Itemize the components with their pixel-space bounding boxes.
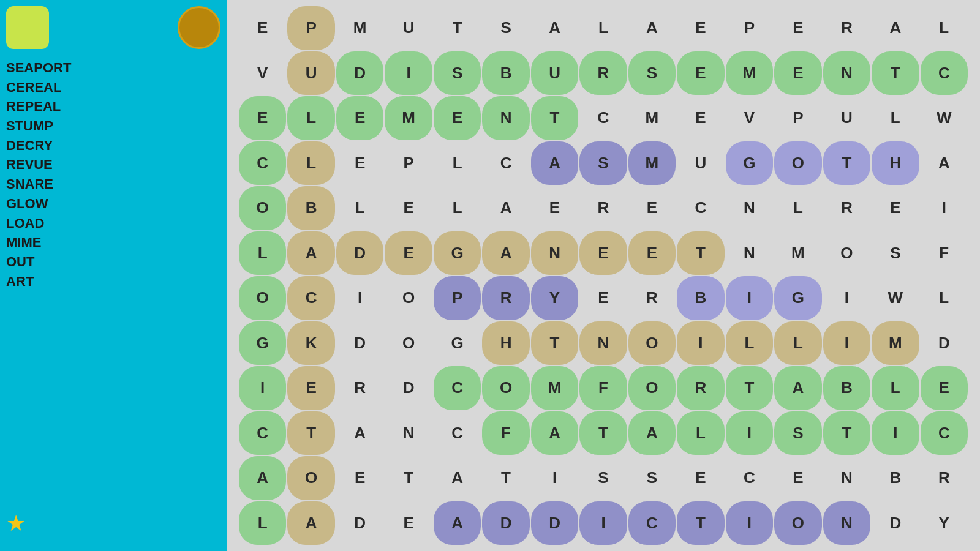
grid-cell[interactable]: A xyxy=(482,231,529,276)
grid-cell[interactable]: C xyxy=(628,501,676,545)
grid-cell[interactable]: U xyxy=(531,51,578,96)
grid-cell[interactable]: A xyxy=(434,456,481,500)
grid-cell[interactable]: R xyxy=(823,6,870,50)
grid-cell[interactable]: M xyxy=(726,51,773,96)
grid-cell[interactable]: A xyxy=(531,411,578,455)
grid-cell[interactable]: U xyxy=(823,96,870,140)
grid-cell[interactable]: E xyxy=(677,6,724,50)
grid-cell[interactable]: B xyxy=(482,51,529,96)
grid-cell[interactable]: S xyxy=(579,141,627,186)
grid-cell[interactable]: E xyxy=(385,186,432,230)
grid-cell[interactable]: I xyxy=(823,276,870,320)
grid-cell[interactable]: N xyxy=(726,186,773,230)
grid-cell[interactable]: M xyxy=(628,141,676,186)
grid-cell[interactable]: R xyxy=(482,276,529,320)
grid-cell[interactable]: E xyxy=(921,366,968,410)
grid-cell[interactable]: C xyxy=(287,276,334,320)
grid-cell[interactable]: D xyxy=(921,321,968,365)
grid-cell[interactable]: E xyxy=(579,231,627,276)
grid-cell[interactable]: N xyxy=(385,411,432,455)
grid-cell[interactable]: C xyxy=(434,411,481,455)
grid-cell[interactable]: I xyxy=(336,276,383,320)
grid-cell[interactable]: L xyxy=(726,321,773,365)
grid-cell[interactable]: I xyxy=(726,276,773,320)
grid-cell[interactable]: L xyxy=(239,231,286,276)
grid-cell[interactable]: C xyxy=(482,141,529,186)
grid-cell[interactable]: Y xyxy=(531,276,578,320)
grid-cell[interactable]: H xyxy=(482,321,529,365)
grid-cell[interactable]: N xyxy=(726,231,773,276)
grid-cell[interactable]: E xyxy=(434,96,481,140)
grid-cell[interactable]: R xyxy=(677,366,724,410)
grid-cell[interactable]: E xyxy=(628,231,676,276)
grid-cell[interactable]: T xyxy=(872,51,919,96)
grid-cell[interactable]: C xyxy=(726,456,773,500)
grid-cell[interactable]: T xyxy=(823,141,870,186)
back-button[interactable] xyxy=(6,6,49,49)
grid-cell[interactable]: P xyxy=(726,6,773,50)
grid-cell[interactable]: G xyxy=(774,276,821,320)
grid-cell[interactable]: E xyxy=(336,141,383,186)
grid-cell[interactable]: R xyxy=(579,51,627,96)
grid-cell[interactable]: L xyxy=(774,186,821,230)
grid-cell[interactable]: C xyxy=(921,411,968,455)
grid-cell[interactable]: O xyxy=(482,366,529,410)
grid-cell[interactable]: B xyxy=(823,366,870,410)
grid-cell[interactable]: S xyxy=(872,231,919,276)
grid-cell[interactable]: L xyxy=(434,141,481,186)
grid-cell[interactable]: O xyxy=(287,456,334,500)
grid-cell[interactable]: E xyxy=(385,501,432,545)
grid-cell[interactable]: L xyxy=(434,186,481,230)
grid-cell[interactable]: A xyxy=(774,366,821,410)
grid-cell[interactable]: O xyxy=(239,186,286,230)
grid-cell[interactable]: L xyxy=(287,96,334,140)
grid-cell[interactable]: C xyxy=(239,141,286,186)
grid-cell[interactable]: I xyxy=(823,321,870,365)
grid-cell[interactable]: P xyxy=(287,6,334,50)
grid-cell[interactable]: O xyxy=(628,366,676,410)
grid-cell[interactable]: S xyxy=(628,456,676,500)
grid-cell[interactable]: I xyxy=(872,411,919,455)
grid-cell[interactable]: D xyxy=(482,501,529,545)
grid-cell[interactable]: G xyxy=(726,141,773,186)
grid-cell[interactable]: L xyxy=(921,276,968,320)
grid-cell[interactable]: A xyxy=(921,141,968,186)
grid-cell[interactable]: T xyxy=(677,231,724,276)
grid-cell[interactable]: E xyxy=(872,186,919,230)
grid-cell[interactable]: R xyxy=(336,366,383,410)
grid-cell[interactable]: G xyxy=(434,231,481,276)
grid-cell[interactable]: A xyxy=(336,411,383,455)
grid-cell[interactable]: D xyxy=(385,366,432,410)
grid-cell[interactable]: E xyxy=(531,186,578,230)
grid-cell[interactable]: N xyxy=(579,321,627,365)
grid-cell[interactable]: E xyxy=(628,186,676,230)
grid-cell[interactable]: A xyxy=(628,411,676,455)
grid-cell[interactable]: E xyxy=(239,6,286,50)
grid-cell[interactable]: I xyxy=(579,501,627,545)
grid-cell[interactable]: O xyxy=(385,321,432,365)
grid-cell[interactable]: A xyxy=(239,456,286,500)
grid-cell[interactable]: L xyxy=(872,366,919,410)
grid-cell[interactable]: C xyxy=(239,411,286,455)
grid-cell[interactable]: V xyxy=(239,51,286,96)
grid-cell[interactable]: R xyxy=(628,276,676,320)
grid-cell[interactable]: A xyxy=(531,141,578,186)
grid-cell[interactable]: E xyxy=(677,51,724,96)
grid-cell[interactable]: T xyxy=(726,366,773,410)
grid-cell[interactable]: E xyxy=(385,231,432,276)
grid-cell[interactable]: M xyxy=(774,231,821,276)
grid-cell[interactable]: N xyxy=(823,456,870,500)
grid-cell[interactable]: T xyxy=(531,96,578,140)
grid-cell[interactable]: O xyxy=(774,141,821,186)
grid-cell[interactable]: N xyxy=(823,501,870,545)
grid-cell[interactable]: T xyxy=(823,411,870,455)
grid-cell[interactable]: R xyxy=(921,456,968,500)
grid-cell[interactable]: O xyxy=(628,321,676,365)
grid-cell[interactable]: C xyxy=(434,366,481,410)
grid-cell[interactable]: C xyxy=(579,96,627,140)
grid-cell[interactable]: F xyxy=(921,231,968,276)
grid-cell[interactable]: Y xyxy=(921,501,968,545)
grid-cell[interactable]: E xyxy=(774,456,821,500)
grid-cell[interactable]: B xyxy=(677,276,724,320)
grid-cell[interactable]: E xyxy=(336,456,383,500)
